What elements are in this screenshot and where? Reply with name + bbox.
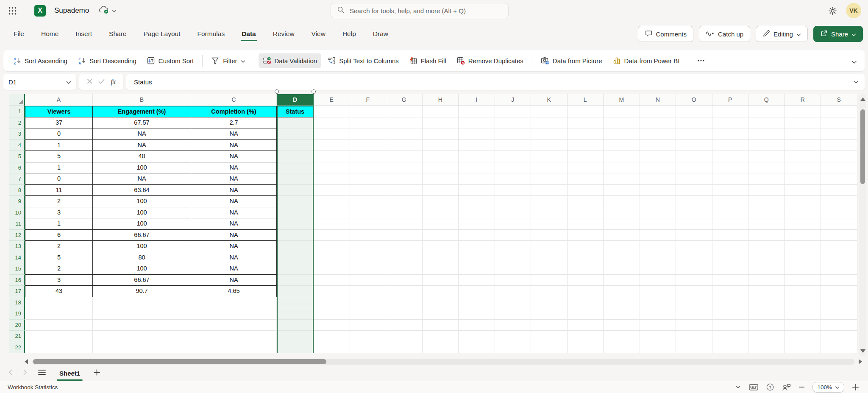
cell-S11[interactable]: [821, 218, 857, 230]
cell-A12[interactable]: 6: [25, 230, 93, 241]
cell-K20[interactable]: [531, 320, 568, 331]
cell-E22[interactable]: [314, 342, 350, 354]
search-input[interactable]: [349, 7, 502, 15]
column-header-r[interactable]: R: [785, 94, 821, 106]
cell-C3[interactable]: NA: [191, 128, 277, 140]
row-header-20[interactable]: 20: [9, 320, 25, 331]
cell-O11[interactable]: [676, 218, 712, 230]
cell-S5[interactable]: [821, 151, 857, 162]
cell-O12[interactable]: [676, 230, 712, 241]
cell-E6[interactable]: [314, 162, 350, 174]
column-header-j[interactable]: J: [495, 94, 531, 106]
cell-D21[interactable]: [277, 331, 314, 342]
cell-P14[interactable]: [712, 252, 749, 264]
cell-P1[interactable]: [712, 106, 749, 117]
cell-B12[interactable]: 66.67: [93, 230, 191, 241]
cell-Q20[interactable]: [748, 320, 785, 331]
cell-M4[interactable]: [604, 140, 640, 151]
cell-J20[interactable]: [495, 320, 531, 331]
cell-P3[interactable]: [712, 128, 749, 140]
cell-L2[interactable]: [568, 117, 604, 129]
cell-E7[interactable]: [314, 173, 350, 185]
cell-J8[interactable]: [495, 185, 531, 196]
cell-G15[interactable]: [386, 263, 423, 275]
cell-M13[interactable]: [604, 241, 640, 252]
cell-F16[interactable]: [350, 275, 387, 286]
cell-M18[interactable]: [604, 297, 640, 309]
cell-B17[interactable]: 90.7: [93, 286, 191, 297]
cell-J16[interactable]: [495, 275, 531, 286]
cell-B9[interactable]: 100: [93, 196, 191, 207]
cell-O17[interactable]: [676, 286, 712, 297]
sheet-list-menu-icon[interactable]: [38, 369, 46, 377]
cell-D13[interactable]: [277, 241, 314, 252]
cell-O7[interactable]: [676, 173, 712, 185]
cell-R3[interactable]: [785, 128, 821, 140]
cell-J5[interactable]: [495, 151, 531, 162]
row-header-10[interactable]: 10: [9, 207, 25, 219]
cell-S1[interactable]: [821, 106, 857, 117]
cell-E19[interactable]: [314, 308, 350, 320]
cell-N7[interactable]: [640, 173, 676, 185]
cell-G12[interactable]: [386, 230, 423, 241]
column-header-d[interactable]: D: [277, 94, 314, 106]
column-header-b[interactable]: B: [93, 94, 191, 106]
cell-N21[interactable]: [640, 331, 676, 342]
cell-C1[interactable]: Completion (%): [191, 106, 277, 117]
cell-D6[interactable]: [277, 162, 314, 174]
cell-H19[interactable]: [423, 308, 459, 320]
cell-M11[interactable]: [604, 218, 640, 230]
cell-S12[interactable]: [821, 230, 857, 241]
cell-K6[interactable]: [531, 162, 568, 174]
cell-F11[interactable]: [350, 218, 387, 230]
cell-D5[interactable]: [277, 151, 314, 162]
cell-G22[interactable]: [386, 342, 423, 354]
cell-E8[interactable]: [314, 185, 350, 196]
cell-M6[interactable]: [604, 162, 640, 174]
sheet-tab-sheet1[interactable]: Sheet1: [57, 365, 83, 381]
cell-R18[interactable]: [785, 297, 821, 309]
cell-J13[interactable]: [495, 241, 531, 252]
cell-E16[interactable]: [314, 275, 350, 286]
cell-P12[interactable]: [712, 230, 749, 241]
cell-L13[interactable]: [568, 241, 604, 252]
column-header-s[interactable]: S: [821, 94, 857, 106]
cell-H5[interactable]: [423, 151, 459, 162]
filter-button[interactable]: Filter: [207, 53, 249, 68]
cell-A21[interactable]: [25, 331, 93, 342]
cell-S22[interactable]: [821, 342, 857, 354]
cell-M14[interactable]: [604, 252, 640, 264]
cell-S13[interactable]: [821, 241, 857, 252]
cell-H10[interactable]: [423, 207, 459, 219]
cell-F7[interactable]: [350, 173, 387, 185]
row-header-18[interactable]: 18: [9, 297, 25, 309]
data-from-power-bi-button[interactable]: Data from Power BI: [608, 53, 684, 68]
cell-I16[interactable]: [459, 275, 495, 286]
cell-I20[interactable]: [459, 320, 495, 331]
cell-Q11[interactable]: [748, 218, 785, 230]
cell-C17[interactable]: 4.65: [191, 286, 277, 297]
cell-I3[interactable]: [459, 128, 495, 140]
cell-P6[interactable]: [712, 162, 749, 174]
cell-F21[interactable]: [350, 331, 387, 342]
help-icon[interactable]: ?: [766, 383, 774, 391]
cell-L17[interactable]: [568, 286, 604, 297]
row-header-17[interactable]: 17: [9, 286, 25, 297]
feedback-icon[interactable]: [782, 384, 791, 391]
cell-N13[interactable]: [640, 241, 676, 252]
row-header-2[interactable]: 2: [9, 117, 25, 129]
cell-D19[interactable]: [277, 308, 314, 320]
cell-K18[interactable]: [531, 297, 568, 309]
cell-O13[interactable]: [676, 241, 712, 252]
cell-B16[interactable]: 66.67: [93, 275, 191, 286]
cell-D16[interactable]: [277, 275, 314, 286]
column-header-f[interactable]: F: [350, 94, 387, 106]
formula-input[interactable]: [133, 78, 823, 86]
cell-D8[interactable]: [277, 185, 314, 196]
cell-N9[interactable]: [640, 196, 676, 207]
cell-D11[interactable]: [277, 218, 314, 230]
split-text-to-columns-button[interactable]: Split Text to Columns: [323, 53, 403, 68]
cell-G7[interactable]: [386, 173, 423, 185]
cell-E18[interactable]: [314, 297, 350, 309]
cell-K13[interactable]: [531, 241, 568, 252]
